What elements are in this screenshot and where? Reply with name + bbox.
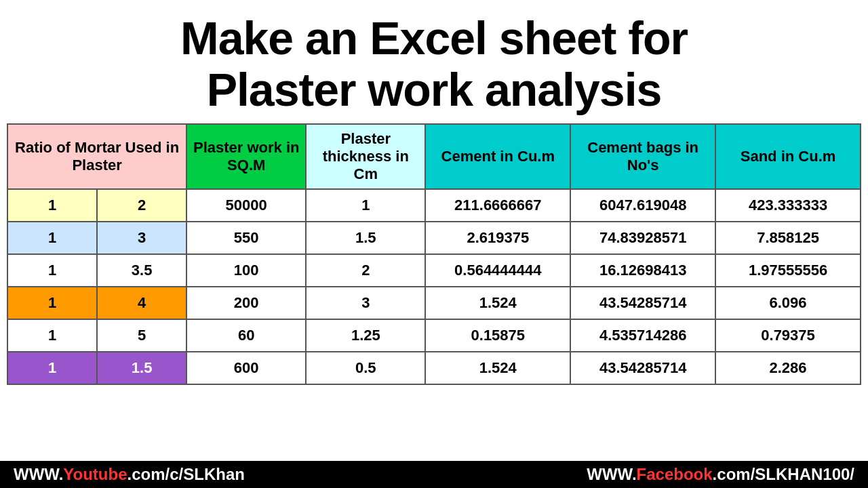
table-row: 1 4 200 3 1.524 43.54285714 6.096: [7, 287, 861, 319]
footer-right-prefix: WWW.: [587, 465, 636, 483]
cement-bags-cell: 43.54285714: [570, 287, 715, 319]
footer-right: WWW.Facebook.com/SLKHAN100/: [587, 465, 854, 484]
footer-bar: WWW.Youtube.com/c/SLKhan WWW.Facebook.co…: [0, 461, 868, 488]
footer-left: WWW.Youtube.com/c/SLKhan: [14, 465, 245, 484]
cement-cum-cell: 2.619375: [425, 222, 570, 254]
thickness-cell: 3: [306, 287, 425, 319]
header-cement-cum: Cement in Cu.m: [425, 124, 570, 189]
sand-cell: 423.333333: [715, 189, 861, 222]
thickness-cell: 1: [306, 189, 425, 222]
ratio-col1: 1: [7, 254, 97, 287]
ratio-col2: 4: [97, 287, 186, 319]
table-row: 1 3 550 1.5 2.619375 74.83928571 7.85812…: [7, 222, 861, 254]
ratio-col2: 3: [97, 222, 186, 254]
main-title: Make an Excel sheet for Plaster work ana…: [14, 12, 854, 115]
page-wrapper: Make an Excel sheet for Plaster work ana…: [0, 0, 868, 488]
sand-cell: 6.096: [715, 287, 861, 319]
thickness-cell: 1.5: [306, 222, 425, 254]
cement-bags-cell: 74.83928571: [570, 222, 715, 254]
sand-cell: 0.79375: [715, 319, 861, 352]
cement-cum-cell: 211.6666667: [425, 189, 570, 222]
ratio-col2: 1.5: [97, 352, 186, 384]
footer-left-suffix: .com/c/SLKhan: [127, 465, 245, 483]
footer-right-highlight: Facebook: [637, 465, 713, 483]
ratio-col1: 1: [7, 287, 97, 319]
cement-cum-cell: 0.564444444: [425, 254, 570, 287]
title-line2: Plaster work analysis: [207, 64, 662, 115]
footer-right-suffix: .com/SLKHAN100/: [713, 465, 854, 483]
plaster-work-cell: 550: [186, 222, 306, 254]
cement-bags-cell: 16.12698413: [570, 254, 715, 287]
sand-cell: 2.286: [715, 352, 861, 384]
cement-cum-cell: 0.15875: [425, 319, 570, 352]
plaster-work-cell: 60: [186, 319, 306, 352]
ratio-col1: 1: [7, 319, 97, 352]
footer-left-prefix: WWW.: [14, 465, 63, 483]
cement-cum-cell: 1.524: [425, 352, 570, 384]
header-thickness: Plaster thickness in Cm: [306, 124, 425, 189]
header-ratio: Ratio of Mortar Used in Plaster: [7, 124, 186, 189]
ratio-col1: 1: [7, 222, 97, 254]
plaster-work-cell: 600: [186, 352, 306, 384]
thickness-cell: 2: [306, 254, 425, 287]
ratio-col2: 3.5: [97, 254, 186, 287]
thickness-cell: 0.5: [306, 352, 425, 384]
table-area: Ratio of Mortar Used in Plaster Plaster …: [0, 123, 868, 461]
table-row: 1 3.5 100 2 0.564444444 16.12698413 1.97…: [7, 254, 861, 287]
plaster-work-cell: 200: [186, 287, 306, 319]
thickness-cell: 1.25: [306, 319, 425, 352]
table-row: 1 2 50000 1 211.6666667 6047.619048 423.…: [7, 189, 861, 222]
ratio-col1: 1: [7, 352, 97, 384]
ratio-col2: 5: [97, 319, 186, 352]
data-table: Ratio of Mortar Used in Plaster Plaster …: [7, 123, 861, 385]
sand-cell: 1.97555556: [715, 254, 861, 287]
title-area: Make an Excel sheet for Plaster work ana…: [0, 0, 868, 123]
ratio-col1: 1: [7, 189, 97, 222]
header-plaster-work: Plaster work in SQ.M: [186, 124, 306, 189]
title-line1: Make an Excel sheet for: [180, 12, 688, 64]
header-sand: Sand in Cu.m: [715, 124, 861, 189]
cement-cum-cell: 1.524: [425, 287, 570, 319]
table-row: 1 1.5 600 0.5 1.524 43.54285714 2.286: [7, 352, 861, 384]
header-cement-bags: Cement bags in No's: [570, 124, 715, 189]
ratio-col2: 2: [97, 189, 186, 222]
sand-cell: 7.858125: [715, 222, 861, 254]
plaster-work-cell: 50000: [186, 189, 306, 222]
cement-bags-cell: 6047.619048: [570, 189, 715, 222]
footer-left-highlight: Youtube: [63, 465, 127, 483]
plaster-work-cell: 100: [186, 254, 306, 287]
cement-bags-cell: 4.535714286: [570, 319, 715, 352]
cement-bags-cell: 43.54285714: [570, 352, 715, 384]
table-row: 1 5 60 1.25 0.15875 4.535714286 0.79375: [7, 319, 861, 352]
